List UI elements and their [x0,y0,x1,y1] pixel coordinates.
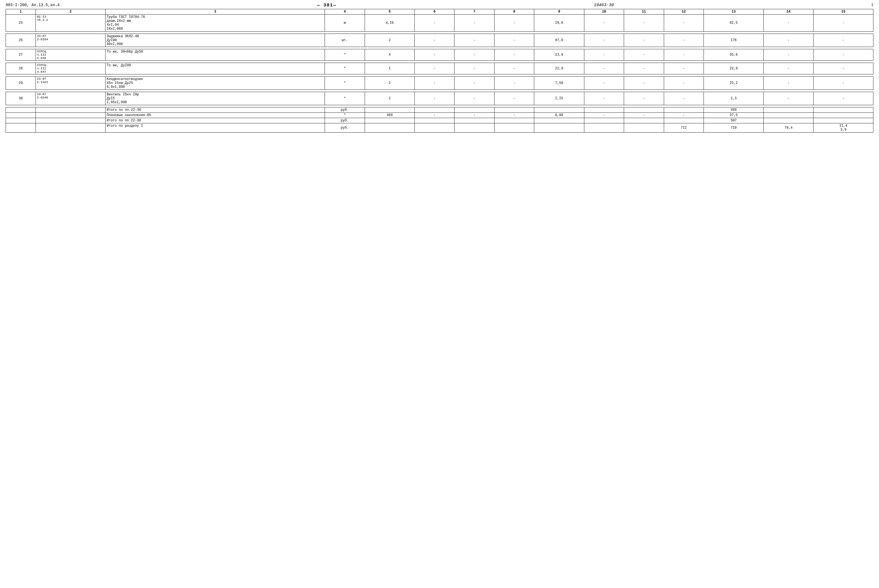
cell-4-11: - [624,63,664,74]
subtotal-row: Итого по пп.22-30руб.469 [6,107,873,113]
cell-5-9: 7,58 [534,76,584,90]
cell-6-8: - [494,92,534,105]
col-header-4: 4 [325,9,365,15]
cell-5-15: - [813,76,873,90]
cell-2-15: - [813,34,873,47]
cell-2-13: I76 [704,34,764,47]
table-row: 250I-I3 тб.3.IТруба ГОСТ I0704-76 диам.I… [6,15,873,32]
col-header-11: 11 [624,9,664,15]
subtotal-3-unit: руб. [325,123,365,133]
subtotal-0-col10 [584,107,624,113]
subtotal-3-col8 [494,123,534,133]
cell-6-9: I,I5 [534,92,584,105]
subtotal-1-col12: - [664,113,704,118]
cell-2-7: - [454,34,494,47]
cell-5-4: " [325,76,365,90]
cell-1-8: - [494,15,534,32]
cell-2-9: 87,8 [534,34,584,47]
cell-3-1: 27 [6,49,36,61]
col-header-6: 6 [415,9,454,15]
col-header-14: 14 [763,9,813,15]
cell-3-5: 4 [365,49,415,61]
doc-code: 19463-30 [594,3,614,8]
subtotal-3-col11 [624,123,664,133]
table-row: 28ССРСЦ ч.III п.647То же, ДуI00"I---22,9… [6,63,873,74]
subtotal-2-col7 [454,118,494,123]
subtotal-1-col7: - [454,113,494,118]
cell-1-6: - [415,15,454,32]
subtotal-1-unit: " [325,113,365,118]
subtotal-row: Итого по пп.22-30руб.507 [6,118,873,123]
subtotal-3-col6 [415,123,454,133]
col-header-3: 3 [105,9,325,15]
col-header-5: 5 [365,9,415,15]
doc-number: 903-I-200, Ал.13.5,кн.4 [6,3,60,7]
cell-4-8: - [494,63,534,74]
subtotal-2-col9 [534,118,584,123]
cell-4-2: ССРСЦ ч.III п.647 [36,63,105,74]
cell-2-10: - [584,34,624,47]
subtotal-2-col13: 507 [704,118,764,123]
cell-1-3: Труба ГОСТ I0704-76 диам.I8х2 мм 4хI,04 … [105,15,325,32]
subtotal-1-col8: - [494,113,534,118]
subtotal-0-col1 [6,107,36,113]
cell-3-4: " [325,49,365,61]
cell-1-10: - [584,15,624,32]
cell-5-14: - [763,76,813,90]
cell-6-7: - [454,92,494,105]
cell-4-6: - [415,63,454,74]
cell-6-2: 23-07 I-0346 [36,92,105,105]
cell-1-12: - [664,15,704,32]
cell-5-5: 2 [365,76,415,90]
cell-6-14: - [763,92,813,105]
cell-1-13: 8I,5 [704,15,764,32]
subtotal-3-col9 [534,123,584,133]
cell-5-6: - [415,76,454,90]
subtotal-2-col5 [365,118,415,123]
cell-4-10: - [584,63,624,74]
col-header-13: 13 [704,9,764,15]
table-row: 2623-07 2-0I84Задвижка ЗКЛ2-40 ДуI00 80х… [6,34,873,47]
col-header-15: 15 [813,9,873,15]
main-table: 1 2 3 4 5 6 7 8 9 10 11 12 13 14 15 250I… [6,9,873,133]
cell-1-11: - [624,15,664,32]
header-row: 1 2 3 4 5 6 7 8 9 10 11 12 13 14 15 [6,9,873,15]
subtotal-0-col14 [763,107,813,113]
cell-2-4: шт. [325,34,365,47]
cell-1-7: - [454,15,494,32]
subtotal-0-unit: руб. [325,107,365,113]
cell-6-12: - [664,92,704,105]
cell-2-11: - [624,34,664,47]
cell-4-3: То же, ДуI00 [105,63,325,74]
page-header: 903-I-200, Ал.13.5,кн.4 — 381— 19463-30 … [6,3,873,8]
cell-5-12: - [664,76,704,90]
cell-1-2: 0I-I3 тб.3.I [36,15,105,32]
cell-6-10: - [584,92,624,105]
spacer-row [6,47,873,49]
cell-1-15: - [813,15,873,32]
cell-3-14: - [763,49,813,61]
col-header-9: 9 [534,9,584,15]
subtotal-2-unit: руб. [325,118,365,123]
cell-3-8: - [494,49,534,61]
subtotal-1-col14 [763,113,813,118]
col-header-1: 1 [6,9,36,15]
cell-1-9: I9,6 [534,15,584,32]
cell-6-6: - [415,92,454,105]
cell-6-1: 30 [6,92,36,105]
cell-4-1: 28 [6,63,36,74]
subtotal-0-col9 [534,107,584,113]
subtotal-2-col12 [664,118,704,123]
cell-3-2: ССРСЦ ч.III п.645 [36,49,105,61]
cell-5-1: 29 [6,76,36,90]
table-row: 2923-07 I-I42IКонденсатоотводчик 45ч I5н… [6,76,873,90]
subtotal-1-col11: - [624,113,664,118]
cell-3-6: - [415,49,454,61]
cell-3-7: - [454,49,494,61]
subtotal-1-col9: 0,08 [534,113,584,118]
cell-5-10: - [584,76,624,90]
subtotal-2-col10 [584,118,624,123]
spacer-row [6,105,873,107]
cell-2-5: 2 [365,34,415,47]
subtotal-3-col5 [365,123,415,133]
